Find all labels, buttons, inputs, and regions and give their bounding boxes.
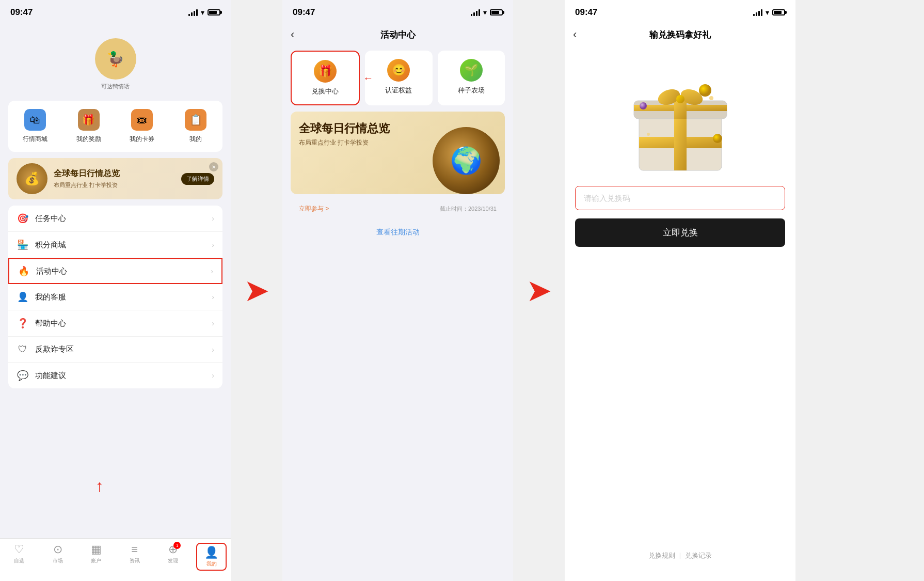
banner-detail-btn[interactable]: 了解详情 [181,173,214,185]
watchlist-label: 自选 [14,557,24,564]
avatar[interactable]: 🦆 [95,38,136,80]
menu-section: 🎯 任务中心 › 🏪 积分商城 › 🔥 活动中心 › 👤 我的客服 › ❓ 帮助… [8,206,222,388]
reward-label: 我的奖励 [76,135,101,144]
mine-nav-icon: 👤 [204,546,218,559]
quick-icon-coupon[interactable]: 🎟 我的卡券 [116,109,169,144]
redeem-submit-button[interactable]: 立即兑换 [575,218,785,247]
account-icon: ▦ [91,543,102,556]
tab-auth[interactable]: 😊 认证权益 [365,51,432,105]
quick-icon-mine[interactable]: 📋 我的 [169,109,222,144]
status-icons-3: ▾ [753,8,785,17]
activity-title: 活动中心 [380,29,416,41]
back-button-3[interactable]: ‹ [573,28,577,41]
status-bar-2: 09:47 ▾ [282,0,513,23]
right-arrow-2: ➤ [526,275,552,306]
banner-title: 全球每日行情总览 [54,168,181,179]
status-icons-2: ▾ [471,8,503,17]
help-label: 帮助中心 [35,319,205,328]
bottom-nav: ♡ 自选 ⊙ 市场 ▦ 账户 ≡ 资讯 ⊕ 1 发现 👤 我的 [0,538,231,581]
quick-icons-row: 🛍 行情商城 🎁 我的奖励 🎟 我的卡券 📋 我的 [8,101,222,152]
discover-icon: ⊕ 1 [168,543,178,556]
service-label: 我的客服 [35,292,205,302]
nav-item-market[interactable]: ⊙ 市场 [39,543,77,564]
points-arrow: › [212,241,214,249]
activity-banner-footer: 立即参与 > 截止时间：2023/10/31 [291,200,505,217]
panel-activity-center: 09:47 ▾ ‹ 活动中心 🎁 兑换中心 ← [282,0,513,581]
points-icon: 🏪 [17,239,29,250]
redeem-rules-link[interactable]: 兑换规则 [648,551,675,560]
task-icon: 🎯 [17,213,29,224]
banner-text: 全球每日行情总览 布局重点行业 打卡学投资 [54,168,181,189]
menu-item-points[interactable]: 🏪 积分商城 › [8,232,222,258]
nav-item-account[interactable]: ▦ 账户 [77,543,116,564]
feedback-label: 功能建议 [35,371,205,381]
task-arrow: › [212,214,214,223]
service-icon: 👤 [17,291,29,303]
arrow-2: ➤ [513,0,565,581]
wifi-icon-3: ▾ [766,8,769,17]
tab-redeem[interactable]: 🎁 兑换中心 ← [291,51,360,105]
participate-link[interactable]: 立即参与 > [299,205,329,213]
status-bar-3: 09:47 ▾ [565,0,795,23]
redeem-history-link[interactable]: 兑换记录 [685,551,712,560]
redeem-footer: 兑换规则 | 兑换记录 [565,551,795,560]
menu-item-help[interactable]: ❓ 帮助中心 › [8,310,222,337]
anticheat-arrow: › [212,346,214,354]
tab-arrow-annotation: ← [363,72,373,84]
quick-icon-market[interactable]: 🛍 行情商城 [8,109,62,144]
gift-box [629,67,732,170]
svg-point-12 [709,96,713,100]
banner-close-btn[interactable]: ✕ [209,162,218,171]
menu-item-activity[interactable]: 🔥 活动中心 › [8,258,222,284]
farm-tab-icon: 🌱 [460,59,483,82]
footer-separator: | [679,551,681,560]
banner-subtitle: 布局重点行业 打卡学投资 [54,181,181,189]
svg-point-8 [676,95,684,103]
redeem-btn-area: 立即兑换 [565,218,795,247]
mine-icon: 📋 [185,109,206,131]
activity-arrow: › [211,267,213,275]
coupon-icon: 🎟 [131,109,153,131]
gift-image-area [565,46,795,186]
signal-icon-1 [188,9,198,16]
coupon-label: 我的卡券 [130,135,154,144]
signal-icon-2 [471,9,480,16]
avatar-label: 可达鸭情话 [95,83,136,90]
banner-coin-icon: 💰 [17,163,47,194]
menu-item-task[interactable]: 🎯 任务中心 › [8,206,222,232]
feedback-arrow: › [212,371,214,380]
view-history-link[interactable]: 查看往期活动 [282,217,513,247]
redeem-tab-icon: 🎁 [314,60,337,83]
redeem-code-input[interactable] [575,186,785,210]
activity-banner[interactable]: 全球每日行情总览 布局重点行业 打卡学投资 🌍 [291,112,505,194]
redeem-nav-header: ‹ 输兑换码拿好礼 [565,23,795,46]
back-button-2[interactable]: ‹ [291,28,294,41]
signal-icon-3 [753,9,762,16]
activity-banner-globe: 🌍 [433,127,500,194]
battery-icon-2 [490,9,503,15]
menu-item-anticheat[interactable]: 🛡 反欺诈专区 › [8,337,222,363]
nav-item-mine[interactable]: 👤 我的 [193,543,231,571]
market-label: 行情商城 [23,135,47,144]
service-arrow: › [212,293,214,301]
tab-farm[interactable]: 🌱 种子农场 [438,51,505,105]
svg-point-13 [647,133,650,136]
nav-item-news[interactable]: ≡ 资讯 [116,543,154,564]
auth-tab-label: 认证权益 [385,86,412,95]
nav-item-watchlist[interactable]: ♡ 自选 [0,543,39,564]
activity-tabs: 🎁 兑换中心 ← 😊 认证权益 🌱 种子农场 [282,51,513,105]
anticheat-icon: 🛡 [17,344,29,355]
status-time-3: 09:47 [575,7,597,18]
feedback-icon: 💬 [17,370,29,381]
svg-point-9 [699,84,711,97]
banner-section[interactable]: ✕ 💰 全球每日行情总览 布局重点行业 打卡学投资 了解详情 [8,158,222,199]
menu-item-feedback[interactable]: 💬 功能建议 › [8,363,222,388]
reward-icon: 🎁 [78,109,100,131]
activity-label: 活动中心 [36,266,204,276]
quick-icon-reward[interactable]: 🎁 我的奖励 [62,109,116,144]
status-time-1: 09:47 [10,7,33,18]
battery-icon-3 [772,9,785,15]
nav-item-discover[interactable]: ⊕ 1 发现 [154,543,193,564]
menu-item-service[interactable]: 👤 我的客服 › [8,284,222,310]
battery-icon-1 [208,9,220,15]
